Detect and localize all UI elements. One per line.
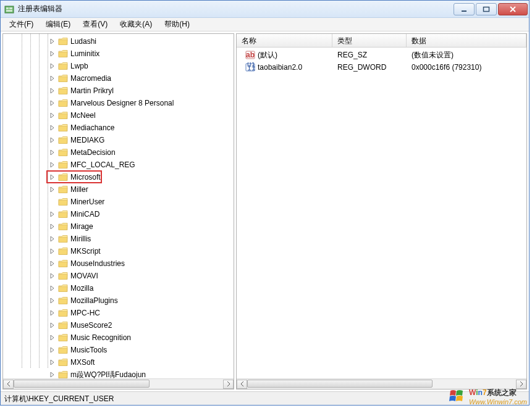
tree-item[interactable]: MozillaPlugins <box>6 294 234 307</box>
expand-icon[interactable] <box>49 272 56 280</box>
menu-view[interactable]: 查看(V) <box>77 17 114 31</box>
tree-h-scrollbar[interactable] <box>3 378 234 389</box>
tree-item-label: Marvelous Designer 8 Personal <box>70 99 174 107</box>
expand-icon[interactable] <box>49 87 56 94</box>
scroll-right-button[interactable] <box>516 380 526 389</box>
expand-icon[interactable] <box>49 235 56 243</box>
titlebar[interactable]: 注册表编辑器 <box>1 1 529 18</box>
tree-item[interactable]: MuseScore2 <box>6 319 234 331</box>
tree-item[interactable]: MKScript <box>6 245 234 257</box>
folder-icon <box>58 74 68 83</box>
expand-icon[interactable] <box>49 161 56 169</box>
menu-help[interactable]: 帮助(H) <box>158 17 196 31</box>
folder-icon <box>58 99 68 107</box>
tree-item[interactable]: MiniCAD <box>6 208 234 220</box>
expand-icon[interactable] <box>49 334 56 341</box>
expand-icon[interactable] <box>49 359 56 366</box>
list-row[interactable]: ab(默认)REG_SZ(数值未设置) <box>237 49 526 61</box>
expand-icon[interactable] <box>49 309 56 317</box>
folder-icon <box>58 235 68 243</box>
tree-item[interactable]: Ludashi <box>6 35 234 48</box>
expand-icon[interactable] <box>49 75 56 82</box>
expand-icon[interactable] <box>49 322 56 329</box>
value-name: taobaibian2.0 <box>258 63 302 72</box>
scroll-track[interactable] <box>14 380 223 389</box>
tree-item-label: MKScript <box>70 247 101 256</box>
folder-icon <box>58 358 68 367</box>
col-data[interactable]: 数据 <box>407 34 526 47</box>
tree-item[interactable]: McNeel <box>6 109 234 122</box>
tree-item[interactable]: MouseIndustries <box>6 257 234 270</box>
expand-icon[interactable] <box>49 223 56 230</box>
value-name: (默认) <box>258 50 277 60</box>
expand-icon[interactable] <box>49 136 56 144</box>
list-h-scrollbar[interactable] <box>237 378 526 389</box>
expand-icon[interactable] <box>49 285 56 292</box>
minimize-button[interactable] <box>454 3 475 15</box>
expand-icon[interactable] <box>49 371 56 378</box>
tree-item[interactable]: Mirage <box>6 220 234 233</box>
expand-icon[interactable] <box>49 260 56 267</box>
scroll-right-button[interactable] <box>223 380 234 389</box>
expand-icon[interactable] <box>49 149 56 156</box>
expand-icon[interactable] <box>49 210 56 218</box>
expand-icon[interactable] <box>49 186 56 193</box>
tree-item[interactable]: Martin Prikryl <box>6 85 234 97</box>
list-body[interactable]: ab(默认)REG_SZ(数值未设置)011110taobaibian2.0RE… <box>237 48 526 378</box>
maximize-button[interactable] <box>476 3 497 15</box>
binary-value-icon: 011110 <box>245 62 255 72</box>
expand-icon[interactable] <box>49 62 56 70</box>
tree-item[interactable]: Miller <box>6 183 234 196</box>
tree-scroll[interactable]: LudashiLuminitixLwpbMacromediaMartin Pri… <box>3 34 234 378</box>
tree-item-label: Mozilla <box>70 284 93 293</box>
svg-rect-4 <box>462 10 467 12</box>
tree-item[interactable]: Microsoft <box>6 171 234 183</box>
scroll-left-button[interactable] <box>237 380 247 389</box>
folder-icon <box>58 259 68 268</box>
expand-icon[interactable] <box>49 346 56 354</box>
tree-item[interactable]: Mirillis <box>6 233 234 245</box>
folder-icon <box>58 136 68 144</box>
list-header: 名称 类型 数据 <box>237 34 526 48</box>
close-button[interactable] <box>498 3 528 15</box>
expand-icon[interactable] <box>49 248 56 255</box>
tree-item[interactable]: MusicTools <box>6 344 234 356</box>
folder-icon <box>58 185 68 194</box>
tree-item[interactable]: Mediachance <box>6 122 234 134</box>
tree-item[interactable]: MEDIAKG <box>6 134 234 146</box>
tree-item[interactable]: Marvelous Designer 8 Personal <box>6 97 234 109</box>
expand-icon[interactable] <box>49 297 56 304</box>
scroll-left-button[interactable] <box>3 380 14 389</box>
window-title: 注册表编辑器 <box>18 4 62 14</box>
menu-file[interactable]: 文件(F) <box>3 17 40 31</box>
folder-icon <box>58 86 68 95</box>
scroll-track[interactable] <box>247 380 516 389</box>
expand-icon[interactable] <box>49 99 56 107</box>
tree-item[interactable]: MetaDecision <box>6 146 234 159</box>
folder-icon <box>58 247 68 256</box>
scroll-thumb[interactable] <box>14 380 150 388</box>
tree-item[interactable]: MPC-HC <box>6 307 234 319</box>
tree-item[interactable]: Luminitix <box>6 48 234 60</box>
list-row[interactable]: 011110taobaibian2.0REG_DWORD0x000c16f6 (… <box>237 61 526 73</box>
expand-icon[interactable] <box>49 173 56 181</box>
folder-icon <box>58 222 68 231</box>
tree-item[interactable]: Mozilla <box>6 282 234 294</box>
tree-item[interactable]: MinerUser <box>6 196 234 208</box>
tree-item[interactable]: Music Recognition <box>6 331 234 344</box>
col-type[interactable]: 类型 <box>332 34 407 47</box>
menu-edit[interactable]: 编辑(E) <box>40 17 77 31</box>
tree-item[interactable]: MOVAVI <box>6 270 234 282</box>
expand-icon[interactable] <box>49 124 56 131</box>
menu-favorites[interactable]: 收藏夹(A) <box>114 17 158 31</box>
tree-item[interactable]: MFC_LOCAL_REG <box>6 159 234 171</box>
expand-icon[interactable] <box>49 38 56 45</box>
tree-item[interactable]: MXSoft <box>6 356 234 368</box>
expand-icon[interactable] <box>49 112 56 119</box>
tree-item[interactable]: m葮WQ?Pl瑀Fudaojun <box>6 368 234 378</box>
expand-icon[interactable] <box>49 50 56 57</box>
scroll-thumb[interactable] <box>247 380 433 388</box>
col-name[interactable]: 名称 <box>237 34 332 47</box>
tree-item[interactable]: Macromedia <box>6 72 234 85</box>
tree-item[interactable]: Lwpb <box>6 60 234 72</box>
